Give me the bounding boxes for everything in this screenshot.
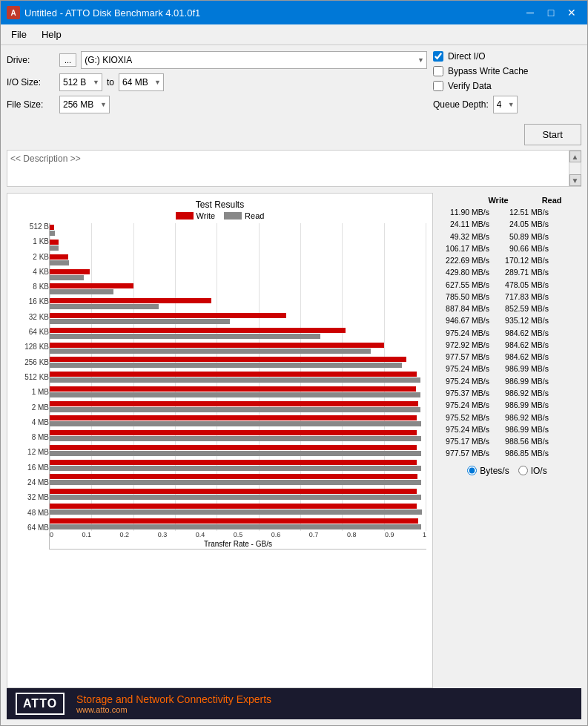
result-write: 222.69 MB/s [436,254,492,266]
y-axis-label: 64 KB [13,329,49,336]
write-bar [50,474,417,479]
queue-depth-wrapper: 4 [493,96,518,113]
io-size-to-select[interactable]: 64 MB [119,73,164,91]
x-axis-label: Transfer Rate - GB/s [50,540,426,548]
result-write: 106.17 MB/s [436,242,492,254]
x-tick-label: 0.2 [120,531,130,538]
menu-file[interactable]: File [4,26,34,43]
io-size-to-wrapper: 64 MB [119,73,164,91]
result-write: 11.90 MB/s [436,206,492,218]
result-row: 106.17 MB/s 90.66 MB/s [436,242,578,254]
bytes-per-sec-label: Bytes/s [480,466,509,476]
result-read: 478.05 MB/s [492,279,549,291]
bytes-per-sec-radio[interactable] [467,466,477,475]
start-button[interactable]: Start [524,124,581,145]
write-legend-color [176,212,194,220]
minimize-button[interactable]: ─ [521,4,540,22]
result-write: 977.57 MB/s [436,447,492,459]
bypass-write-cache-label: Bypass Write Cache [448,66,529,76]
footer-banner: ATTO Storage and Network Connectivity Ex… [7,688,581,719]
io-per-sec-label: IO/s [531,466,547,476]
result-read: 90.66 MB/s [492,242,549,254]
y-axis-label: 64 MB [13,524,49,532]
window-controls: ─ □ ✕ [521,4,581,22]
result-read: 986.99 MB/s [492,363,549,374]
y-axis-label: 128 KB [13,343,49,351]
y-axis-label: 32 KB [13,314,49,321]
read-bar [50,289,113,294]
io-size-label: I/O Size: [7,77,55,88]
browse-button[interactable]: ... [59,53,76,67]
result-row: 975.24 MB/s 986.99 MB/s [436,423,578,435]
io-per-sec-option[interactable]: IO/s [518,466,547,476]
read-bar [50,363,402,368]
io-per-sec-radio[interactable] [518,466,528,475]
bar-row [50,370,426,385]
direct-io-row: Direct I/O [433,51,581,62]
description-scrollbar[interactable]: ▲ ▼ [569,151,581,186]
bar-row [50,516,426,531]
result-row: 975.24 MB/s 986.99 MB/s [436,399,578,411]
file-size-select[interactable]: 256 MB [59,96,110,113]
menu-help[interactable]: Help [34,26,69,43]
result-read: 986.92 MB/s [492,412,549,423]
write-bar [50,401,418,406]
title-bar: A Untitled - ATTO Disk Benchmark 4.01.0f… [1,1,587,24]
direct-io-label: Direct I/O [448,51,486,62]
direct-io-checkbox[interactable] [433,51,443,62]
description-text: << Description >> [10,154,93,164]
result-read: 935.12 MB/s [492,314,549,326]
scroll-down-button[interactable]: ▼ [569,174,581,186]
y-axis-label: 256 KB [13,359,49,366]
result-row: 627.55 MB/s 478.05 MB/s [436,279,578,291]
bar-row [50,340,426,355]
read-column-header: Read [542,196,562,205]
result-row: 785.50 MB/s 717.83 MB/s [436,291,578,303]
bar-row [50,384,426,399]
result-row: 429.80 MB/s 289.71 MB/s [436,266,578,278]
write-bar [50,460,417,465]
io-size-row: I/O Size: 512 B to 64 MB [7,73,427,91]
maximize-button[interactable]: □ [541,4,561,22]
result-row: 946.67 MB/s 935.12 MB/s [436,314,578,326]
scroll-up-button[interactable]: ▲ [569,151,581,162]
write-column-header: Write [488,196,508,205]
read-bar [50,231,55,236]
result-write: 49.32 MB/s [436,231,492,242]
drive-select[interactable]: (G:) KIOXIA [81,51,427,69]
x-tick-label: 1 [423,531,426,538]
queue-depth-select[interactable]: 4 [493,96,518,113]
result-write: 977.57 MB/s [436,351,492,363]
bytes-per-sec-option[interactable]: Bytes/s [467,466,509,476]
drive-label: Drive: [7,55,55,65]
result-row: 49.32 MB/s 50.89 MB/s [436,231,578,242]
top-controls: Drive: ... (G:) KIOXIA I/O Size: 512 B [7,51,581,145]
chart-container: Test Results Write Read 512 B1 KB2 KB4 K… [7,193,433,688]
write-bar [50,254,68,260]
bar-row [50,238,426,253]
bar-row [50,223,426,238]
read-bar [50,319,230,324]
right-controls: Direct I/O Bypass Write Cache Verify Dat… [433,51,581,145]
x-tick-label: 0.4 [196,531,205,538]
result-row: 975.24 MB/s 986.99 MB/s [436,375,578,387]
bar-row [50,487,426,502]
io-size-from-select[interactable]: 512 B [59,73,102,91]
drive-row: Drive: ... (G:) KIOXIA [7,51,427,69]
read-bar [50,334,320,339]
result-row: 11.90 MB/s 12.51 MB/s [436,206,578,218]
read-legend-color [224,212,242,220]
verify-data-row: Verify Data [433,81,581,91]
x-tick-label: 0.5 [234,531,243,538]
verify-data-checkbox[interactable] [433,81,443,91]
close-button[interactable]: ✕ [562,4,581,22]
bar-row [50,414,426,429]
read-bar [50,524,421,529]
y-axis-label: 32 MB [13,494,49,501]
bar-row [50,458,426,472]
write-bar [50,225,54,230]
bar-row [50,399,426,414]
bypass-write-cache-checkbox[interactable] [433,66,443,76]
read-bar [50,377,420,383]
verify-data-label: Verify Data [448,81,492,91]
